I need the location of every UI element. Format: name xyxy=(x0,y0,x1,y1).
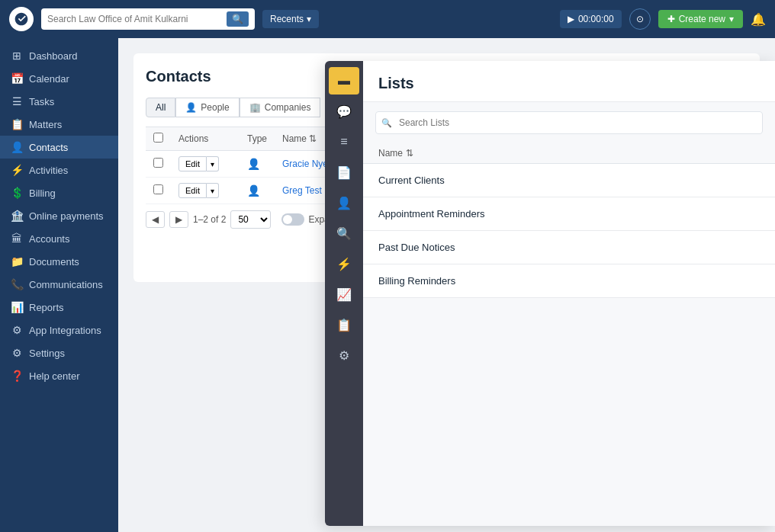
edit-group: Edit ▾ xyxy=(178,183,232,198)
documents-icon: 📁 xyxy=(11,255,23,268)
notifications-button[interactable]: 🔔 xyxy=(751,12,766,27)
checklist-rail-icon[interactable]: 📋 xyxy=(329,311,359,338)
sidebar-item-contacts[interactable]: 👤 Contacts xyxy=(0,136,118,159)
help-icon: ❓ xyxy=(11,370,23,382)
sidebar-item-dashboard[interactable]: ⊞ Dashboard xyxy=(0,44,118,67)
tab-people[interactable]: 👤 People xyxy=(175,98,239,117)
edit-button[interactable]: Edit xyxy=(178,156,207,171)
contact-name-link[interactable]: Gracie Nye xyxy=(282,159,328,169)
nav-right: ▶ 00:00:00 ⊙ ✚ Create new ▾ 🔔 xyxy=(560,8,766,30)
prev-page-button[interactable]: ◀ xyxy=(146,211,165,228)
sidebar-label-documents: Documents xyxy=(29,256,79,268)
document-rail-icon[interactable]: 📄 xyxy=(329,159,359,186)
calendar-icon: 📅 xyxy=(11,72,23,85)
sidebar-label-contacts: Contacts xyxy=(29,142,68,153)
sidebar-item-online-payments[interactable]: 🏦 Online payments xyxy=(0,204,118,227)
sidebar-item-integrations[interactable]: ⚙ App Integrations xyxy=(0,319,118,341)
matters-icon: 📋 xyxy=(11,118,23,130)
timer-settings-button[interactable]: ⊙ xyxy=(629,8,651,30)
timer-button[interactable]: ▶ 00:00:00 xyxy=(560,10,622,28)
icon-rail: ▬ 💬 ≡ 📄 👤 🔍 ⚡ 📈 📋 ⚙ xyxy=(325,61,363,526)
top-navigation: 🔍 Recents ▾ ▶ 00:00:00 ⊙ ✚ Create new ▾ … xyxy=(0,0,775,38)
lists-search-input[interactable] xyxy=(375,111,763,134)
sidebar: ⊞ Dashboard 📅 Calendar ☰ Tasks 📋 Matters… xyxy=(0,38,118,532)
lists-name-header: Name ⇅ xyxy=(363,143,775,164)
sidebar-item-activities[interactable]: ⚡ Activities xyxy=(0,159,118,181)
tab-companies[interactable]: 🏢 Companies xyxy=(240,98,321,117)
tasks-icon: ☰ xyxy=(11,95,23,107)
rows-per-page-select[interactable]: 50 25 100 xyxy=(230,210,271,229)
expand-rows-toggle[interactable] xyxy=(281,213,304,226)
edit-dropdown-button[interactable]: ▾ xyxy=(207,183,219,198)
sidebar-item-billing[interactable]: 💲 Billing xyxy=(0,181,118,204)
sidebar-item-calendar[interactable]: 📅 Calendar xyxy=(0,67,118,90)
sidebar-item-reports[interactable]: 📊 Reports xyxy=(0,296,118,319)
app-logo[interactable] xyxy=(9,7,34,31)
right-panel: ▬ 💬 ≡ 📄 👤 🔍 ⚡ 📈 📋 ⚙ Lists xyxy=(325,61,775,526)
select-all-checkbox[interactable] xyxy=(153,133,163,143)
sidebar-label-calendar: Calendar xyxy=(29,73,69,85)
sidebar-item-matters[interactable]: 📋 Matters xyxy=(0,113,118,136)
chevron-down-icon: ▾ xyxy=(307,14,311,24)
person-rail-icon[interactable]: 👤 xyxy=(329,189,359,216)
row-checkbox[interactable] xyxy=(153,184,163,194)
list-item[interactable]: Current Clients xyxy=(363,164,775,197)
lists-panel: Lists Name ⇅ Current Clients Appointment… xyxy=(363,61,775,526)
edit-dropdown-button[interactable]: ▾ xyxy=(207,156,219,171)
sidebar-item-communications[interactable]: 📞 Communications xyxy=(0,273,118,296)
contacts-title: Contacts xyxy=(146,68,211,85)
lightning-rail-icon[interactable]: ⚡ xyxy=(329,250,359,277)
sidebar-item-tasks[interactable]: ☰ Tasks xyxy=(0,90,118,113)
lists-search-area xyxy=(363,102,775,143)
sidebar-label-help: Help center xyxy=(29,370,79,382)
search-box: 🔍 xyxy=(41,8,255,30)
timer-value: 00:00:00 xyxy=(578,14,614,24)
search-button[interactable]: 🔍 xyxy=(227,11,249,27)
payments-icon: 🏦 xyxy=(11,210,23,222)
accounts-icon: 🏛 xyxy=(11,232,23,245)
lists-title: Lists xyxy=(363,61,775,102)
contact-name-link[interactable]: Greg Test xyxy=(282,185,322,196)
communications-icon: 📞 xyxy=(11,278,23,290)
play-icon: ▶ xyxy=(568,14,574,24)
sort-icon: ⇅ xyxy=(309,133,317,144)
lists-items: Current Clients Appointment Reminders Pa… xyxy=(363,164,775,298)
person-type-icon: 👤 xyxy=(247,158,260,170)
sort-icon: ⇅ xyxy=(406,148,413,159)
edit-button[interactable]: Edit xyxy=(178,183,207,198)
toggle-knob xyxy=(283,215,292,224)
tab-all[interactable]: All xyxy=(146,98,175,117)
sidebar-label-activities: Activities xyxy=(29,165,68,176)
gear-rail-icon[interactable]: ⚙ xyxy=(329,341,359,369)
sidebar-label-accounts: Accounts xyxy=(29,233,69,245)
sidebar-item-settings[interactable]: ⚙ Settings xyxy=(0,341,118,364)
main-content: Contacts New person New company All 👤 Pe… xyxy=(118,38,775,532)
sidebar-label-reports: Reports xyxy=(29,302,64,313)
search-input[interactable] xyxy=(47,14,222,24)
sidebar-label-tasks: Tasks xyxy=(29,96,54,107)
sidebar-item-accounts[interactable]: 🏛 Accounts xyxy=(0,227,118,250)
people-icon: 👤 xyxy=(185,102,197,113)
app-body: ⊞ Dashboard 📅 Calendar ☰ Tasks 📋 Matters… xyxy=(0,38,775,532)
lists-rail-icon[interactable]: ▬ xyxy=(329,67,359,95)
list-item[interactable]: Past Due Notices xyxy=(363,231,775,264)
chevron-down-icon: ▾ xyxy=(729,14,734,24)
bullet-list-rail-icon[interactable]: ≡ xyxy=(329,128,359,155)
lists-search-wrap xyxy=(375,111,763,134)
billing-icon: 💲 xyxy=(11,187,23,199)
sidebar-item-help[interactable]: ❓ Help center xyxy=(0,364,118,387)
row-checkbox[interactable] xyxy=(153,158,163,168)
list-item[interactable]: Appointment Reminders xyxy=(363,197,775,231)
create-new-button[interactable]: ✚ Create new ▾ xyxy=(658,10,743,28)
contacts-icon: 👤 xyxy=(11,141,23,153)
messages-rail-icon[interactable]: 💬 xyxy=(329,98,359,125)
recents-button[interactable]: Recents ▾ xyxy=(262,10,319,28)
line-chart-rail-icon[interactable]: 📈 xyxy=(329,280,359,308)
sidebar-label-dashboard: Dashboard xyxy=(29,50,78,62)
sidebar-item-documents[interactable]: 📁 Documents xyxy=(0,250,118,273)
next-page-button[interactable]: ▶ xyxy=(169,211,188,228)
list-item[interactable]: Billing Reminders xyxy=(363,264,775,298)
sidebar-label-settings: Settings xyxy=(29,348,65,359)
col-actions: Actions xyxy=(171,127,240,151)
search-chart-rail-icon[interactable]: 🔍 xyxy=(329,220,359,247)
